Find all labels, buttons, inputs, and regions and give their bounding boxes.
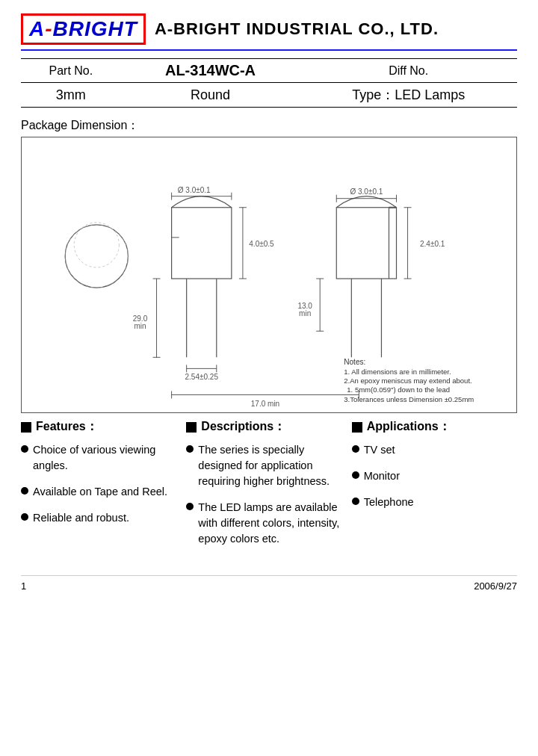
feature-text-2: Available on Tape and Reel. (33, 484, 167, 500)
svg-text:1. All dimensions are in milli: 1. All dimensions are in millimeter. (344, 368, 451, 376)
svg-text:Ø 3.0±0.1: Ø 3.0±0.1 (178, 186, 211, 194)
svg-rect-3 (172, 208, 232, 279)
part-no-value: AL-314WC-A (121, 59, 300, 83)
features-header: Features： (21, 419, 180, 435)
svg-text:2.54±0.25: 2.54±0.25 (185, 373, 218, 381)
app-item-2: Monitor (352, 468, 511, 484)
applications-icon (352, 422, 362, 433)
app-item-1: TV set (352, 442, 511, 458)
diff-no-label: Diff No. (300, 59, 517, 83)
feature-item-1: Choice of various viewing angles. (21, 442, 180, 474)
svg-text:Ø 3.0±0.1: Ø 3.0±0.1 (350, 188, 383, 196)
svg-text:3.Tolerances unless Dimension : 3.Tolerances unless Dimension ±0.25mm (344, 395, 474, 403)
svg-text:2.4±0.1: 2.4±0.1 (420, 240, 445, 248)
dimension-diagram: Ø 3.0±0.1 4.0±0.5 2.54±0.25 29.0 min 17.… (21, 137, 517, 413)
page-date: 2006/9/27 (474, 580, 517, 592)
package-title: Package Dimension： (21, 118, 517, 134)
app-text-2: Monitor (364, 468, 400, 484)
app-item-3: Telephone (352, 495, 511, 510)
desc-text-1: The series is specially designed for app… (198, 442, 345, 489)
bullet-dot (21, 445, 28, 453)
feature-item-2: Available on Tape and Reel. (21, 484, 180, 500)
svg-text:1. 5mm(0.059") down to the lea: 1. 5mm(0.059") down to the lead (347, 385, 450, 394)
descriptions-label: Descriptions： (201, 419, 285, 435)
bullet-dot (352, 445, 359, 453)
desc-item-1: The series is specially designed for app… (186, 442, 345, 489)
part-no-label: Part No. (21, 59, 121, 83)
page-number: 1 (21, 580, 26, 592)
descriptions-icon (186, 422, 197, 433)
applications-label: Applications： (367, 419, 451, 435)
bullet-dot (186, 445, 194, 453)
bullet-dot (21, 487, 28, 495)
svg-text:17.0 min: 17.0 min (251, 400, 279, 408)
bullet-dot (352, 498, 359, 505)
applications-header: Applications： (352, 419, 511, 435)
desc-text-2: The LED lamps are available with differe… (198, 500, 345, 547)
page-header: A-BRIGHT A-BRIGHT INDUSTRIAL CO., LTD. (21, 13, 517, 51)
svg-point-0 (65, 225, 128, 288)
desc-item-2: The LED lamps are available with differe… (186, 500, 345, 547)
svg-text:4.0±0.5: 4.0±0.5 (249, 240, 274, 248)
svg-text:min: min (134, 322, 146, 330)
type-label: Type：LED Lamps (300, 83, 517, 108)
feature-item-3: Reliable and robust. (21, 510, 180, 526)
app-text-1: TV set (364, 442, 395, 458)
features-icon (21, 422, 31, 433)
company-name: A-BRIGHT INDUSTRIAL CO., LTD. (155, 19, 439, 39)
size-label: 3mm (21, 83, 121, 108)
svg-text:Notes:: Notes: (344, 358, 365, 366)
features-label: Features： (36, 419, 98, 435)
feature-text-1: Choice of various viewing angles. (33, 442, 180, 474)
bullet-dot (352, 471, 359, 479)
svg-text:min: min (299, 309, 311, 317)
page-footer: 1 2006/9/27 (21, 575, 517, 592)
info-columns: Features： Choice of various viewing angl… (21, 419, 517, 557)
app-text-3: Telephone (364, 495, 414, 510)
company-logo: A-BRIGHT (21, 13, 146, 45)
shape-label: Round (121, 83, 300, 108)
part-info-table: Part No. AL-314WC-A Diff No. 3mm Round T… (21, 58, 517, 108)
feature-text-3: Reliable and robust. (33, 510, 129, 526)
bullet-dot (186, 503, 194, 510)
descriptions-column: Descriptions： The series is specially de… (186, 419, 351, 557)
svg-text:2.An epoxy meniscus may extend: 2.An epoxy meniscus may extend about. (344, 377, 471, 385)
bullet-dot (21, 513, 28, 521)
descriptions-header: Descriptions： (186, 419, 345, 435)
features-column: Features： Choice of various viewing angl… (21, 419, 186, 557)
applications-column: Applications： TV set Monitor Telephone (352, 419, 517, 557)
svg-rect-28 (336, 208, 396, 279)
